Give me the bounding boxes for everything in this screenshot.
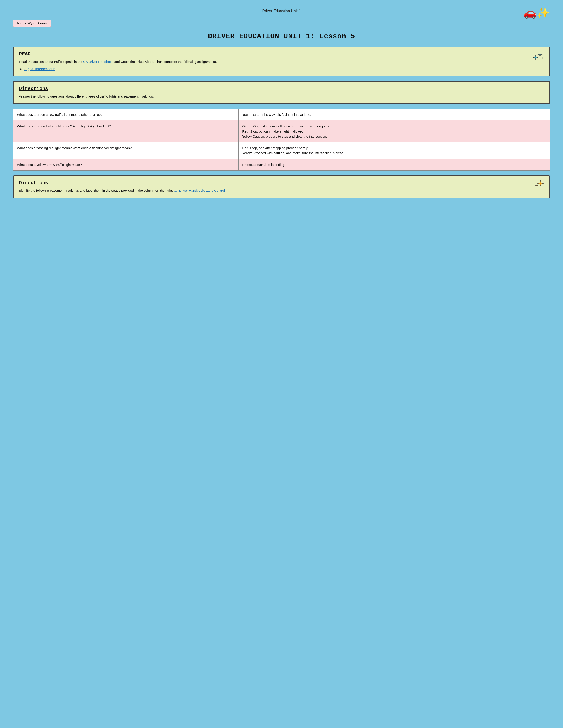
read-section: READ Read the section about traffic sign…	[13, 47, 550, 76]
directions2-heading: Directions	[19, 180, 48, 186]
ca-driver-handbook-link[interactable]: CA Driver Handbook	[83, 60, 113, 64]
answer-cell: Protected turn time is ending.	[239, 159, 550, 170]
directions2-section: Directions Identify the following paveme…	[13, 175, 550, 198]
read-body: Read the section about traffic signals i…	[19, 59, 544, 64]
page-header: Driver Education Unit 1 🚗✨	[13, 9, 550, 13]
question-cell: What does a yellow arrow traffic light m…	[13, 159, 239, 170]
directions1-body: Answer the following questions about dif…	[19, 94, 544, 99]
header-title: Driver Education Unit 1	[262, 9, 301, 13]
sparkle-icon-2	[534, 179, 545, 192]
star-list-item: ★ Signal Intersections	[19, 67, 544, 71]
star-icon: ★	[19, 67, 23, 71]
lane-control-link[interactable]: CA Driver Handbook: Lane Control	[174, 189, 225, 192]
directions2-body: Identify the following pavement markings…	[19, 188, 544, 193]
name-box: Name:Wyatt Asevo	[13, 20, 51, 27]
read-text-before-link: Read the section about traffic signals i…	[19, 60, 82, 64]
main-title: DRIVER EDUCATION UNIT 1: Lesson 5	[13, 32, 550, 40]
read-heading: READ	[19, 51, 31, 57]
table-row: What does a yellow arrow traffic light m…	[13, 159, 550, 170]
answer-cell: You must turn the way it is facing if in…	[239, 109, 550, 120]
question-cell: What does a flashing red light mean? Wha…	[13, 142, 239, 159]
sparkle-icon	[532, 51, 545, 65]
question-cell: What does a green arrow traffic light me…	[13, 109, 239, 120]
signal-intersections-link[interactable]: Signal Intersections	[24, 67, 55, 71]
table-row: What does a flashing red light mean? Wha…	[13, 142, 550, 159]
directions2-text: Identify the following pavement markings…	[19, 189, 173, 192]
question-cell: What does a green traffic light mean? A …	[13, 120, 239, 142]
car-icon: 🚗✨	[523, 7, 550, 19]
answer-cell: Green: Go, and if going left make sure y…	[239, 120, 550, 142]
table-row: What does a green arrow traffic light me…	[13, 109, 550, 120]
table-row: What does a green traffic light mean? A …	[13, 120, 550, 142]
qa-table: What does a green arrow traffic light me…	[13, 109, 550, 171]
answer-cell: Red: Stop, and after stopping proceed sa…	[239, 142, 550, 159]
directions1-heading: Directions	[19, 86, 48, 92]
directions1-section: Directions Answer the following question…	[13, 81, 550, 104]
read-text-after-link: and watch the linked video. Then complet…	[114, 60, 217, 64]
